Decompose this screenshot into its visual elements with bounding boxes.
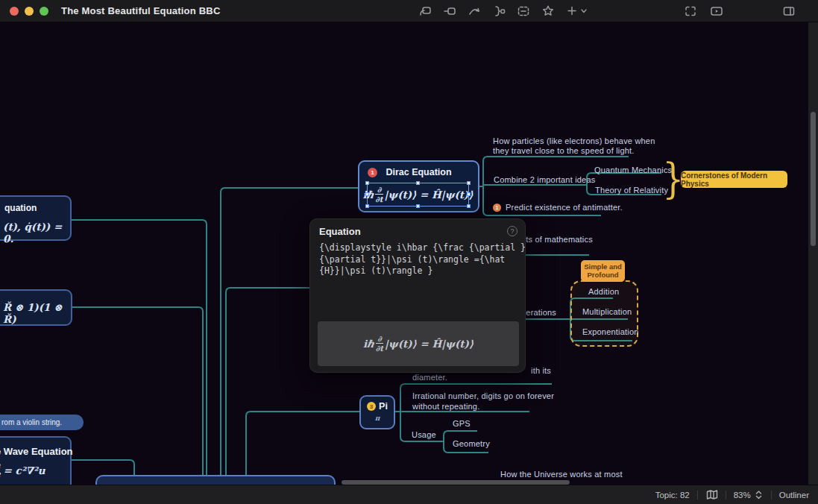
slideshow-icon[interactable] bbox=[709, 4, 724, 19]
toolbar bbox=[418, 0, 589, 22]
boundary-icon[interactable] bbox=[516, 4, 531, 19]
branch-multiplication[interactable]: Multiplication bbox=[582, 307, 632, 316]
selection-handle[interactable] bbox=[365, 204, 369, 208]
window-title: The Most Beautiful Equation BBC bbox=[61, 5, 220, 16]
branch-geometry[interactable]: Geometry bbox=[453, 439, 490, 448]
node-cornerstones[interactable]: Cornerstones of Modern Physics bbox=[681, 171, 787, 188]
node-simple-profound[interactable]: Simple and Profound bbox=[581, 260, 625, 282]
node-central-topic-clipped[interactable] bbox=[95, 475, 336, 485]
selection-handle[interactable] bbox=[416, 204, 420, 208]
branch-quantum-mechanics[interactable]: Quantum Mechanics bbox=[594, 166, 672, 174]
wave-node-title-fragment: e Wave Equation bbox=[0, 446, 73, 457]
branch-addition[interactable]: Addition bbox=[588, 287, 619, 296]
selection-handle[interactable] bbox=[416, 181, 420, 185]
priority-3-marker-icon: 3 bbox=[367, 402, 376, 411]
dirac-equation-text: iℏ∂∂t|ψ(t)⟩ = Ĥ|ψ(t)⟩ bbox=[362, 186, 473, 204]
pi-symbol: π bbox=[361, 415, 394, 422]
branch-with-its-fragment[interactable]: ith its bbox=[531, 366, 551, 375]
popup-title: Equation bbox=[319, 226, 361, 237]
wave-equation: u2= c²∇²u bbox=[0, 462, 45, 479]
branch-how-particles-line2[interactable]: they travel close to the speed of light. bbox=[493, 146, 635, 155]
divider bbox=[697, 491, 698, 500]
node-left-equation[interactable]: quation (t), q̇(t)) = 0. bbox=[0, 195, 72, 241]
branch-operations-fragment[interactable]: perations bbox=[521, 308, 556, 317]
branch-antimatter[interactable]: Predict existence of antimatter. bbox=[506, 203, 623, 212]
zoom-control[interactable]: 83% bbox=[734, 489, 764, 500]
branch-diameter[interactable]: diameter. bbox=[412, 373, 447, 382]
insert-subtopic-icon[interactable] bbox=[442, 4, 457, 19]
vertical-scrollbar-track[interactable] bbox=[808, 22, 818, 485]
branch-theory-of-relativity[interactable]: Theory of Relativity bbox=[595, 186, 668, 195]
selection-handle[interactable] bbox=[365, 192, 369, 196]
branch-irrational-line2[interactable]: without repeating. bbox=[412, 402, 479, 411]
left-node-title-fragment: quation bbox=[4, 203, 37, 213]
summary-brace: } bbox=[663, 159, 679, 199]
window-controls bbox=[10, 7, 48, 16]
node-dirac-equation[interactable]: 1 Dirac Equation iℏ∂∂t|ψ(t)⟩ = Ĥ|ψ(t)⟩ bbox=[358, 160, 479, 212]
latex-input[interactable]: {\displaystyle i\hbar {\frac {\partial }… bbox=[319, 242, 516, 277]
selection-handle[interactable] bbox=[467, 204, 471, 208]
branch-usage[interactable]: Usage bbox=[412, 430, 436, 439]
toolbar-panel bbox=[781, 0, 796, 22]
zoom-stepper-icon[interactable] bbox=[754, 489, 764, 500]
simple-profound-line2: Profound bbox=[587, 271, 618, 280]
zoom-level: 83% bbox=[734, 491, 751, 500]
close-button[interactable] bbox=[10, 7, 19, 16]
node-wave-equation[interactable]: e Wave Equation u2= c²∇²u bbox=[0, 436, 72, 485]
branch-gps[interactable]: GPS bbox=[453, 419, 471, 428]
toolbar-right bbox=[683, 0, 724, 22]
node-left-tensor-equation[interactable]: Ř ⊗ 1)(1 ⊗ Ř) bbox=[0, 289, 72, 326]
branch-how-particles-line1[interactable]: How particles (like electrons) behave wh… bbox=[493, 136, 655, 145]
priority-marker-icon: 1 bbox=[493, 204, 501, 212]
topic-count: Topic: 82 bbox=[655, 491, 690, 500]
insert-topic-icon[interactable] bbox=[418, 4, 432, 19]
equation-selection-box[interactable]: iℏ∂∂t|ψ(t)⟩ = Ĥ|ψ(t)⟩ bbox=[367, 183, 469, 207]
branch-irrational-line1[interactable]: Irrational number, digits go on forever bbox=[412, 391, 554, 400]
branch-universe-fragment[interactable]: How the Universe works at most bbox=[500, 470, 623, 479]
callout-violin-string[interactable]: rom a violin string. bbox=[0, 415, 84, 430]
insert-dropdown-icon[interactable] bbox=[565, 4, 589, 19]
equation-preview: iℏ∂∂t|ψ(t)⟩ = Ĥ|ψ(t)⟩ bbox=[318, 321, 519, 366]
selection-handle[interactable] bbox=[467, 181, 471, 185]
violin-text-fragment: rom a violin string. bbox=[1, 418, 62, 426]
simple-profound-line1: Simple and bbox=[584, 263, 622, 271]
divider bbox=[726, 491, 726, 500]
relationship-icon[interactable] bbox=[467, 4, 482, 19]
branch-combine-ideas[interactable]: Combine 2 important ideas bbox=[494, 175, 595, 184]
maximize-button[interactable] bbox=[40, 7, 48, 16]
mindmap-canvas[interactable]: How particles (like electrons) behave wh… bbox=[0, 22, 818, 485]
left-node-equation: (t), q̇(t)) = 0. bbox=[3, 221, 70, 245]
selection-handle[interactable] bbox=[467, 192, 471, 196]
equation-editor-popup: Equation ? {\displaystyle i\hbar {\frac … bbox=[309, 218, 526, 373]
summary-icon[interactable] bbox=[491, 4, 506, 19]
branch-mathematics-fragment[interactable]: nts of mathematics bbox=[521, 235, 593, 244]
map-overview-icon[interactable] bbox=[705, 488, 718, 501]
title-bar: The Most Beautiful Equation BBC bbox=[0, 0, 818, 22]
minimize-button[interactable] bbox=[25, 7, 34, 16]
outliner-toggle[interactable]: Outliner bbox=[779, 491, 809, 500]
status-bar: Topic: 82 83% Outliner bbox=[0, 485, 818, 504]
help-icon[interactable]: ? bbox=[507, 226, 517, 236]
node-pi[interactable]: 3 Pi π bbox=[359, 395, 395, 429]
marker-star-icon[interactable] bbox=[541, 4, 556, 19]
pi-node-title: Pi bbox=[379, 401, 388, 412]
branch-exponentiation[interactable]: Exponentiation bbox=[582, 327, 639, 336]
selection-handle[interactable] bbox=[365, 181, 369, 185]
tensor-equation: Ř ⊗ 1)(1 ⊗ Ř) bbox=[3, 301, 71, 325]
vertical-scrollbar-thumb[interactable] bbox=[811, 112, 816, 246]
format-panel-icon[interactable] bbox=[781, 4, 796, 19]
dirac-node-title: Dirac Equation bbox=[359, 167, 478, 177]
fullscreen-icon[interactable] bbox=[683, 4, 698, 19]
divider bbox=[771, 491, 772, 500]
